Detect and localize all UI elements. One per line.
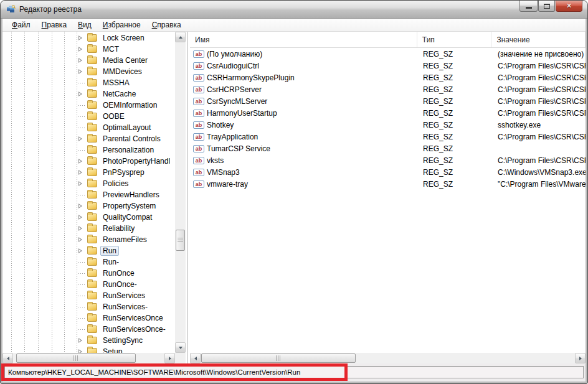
tree-item-renamefiles[interactable]: RenameFiles <box>2 234 175 245</box>
value-name: CSRHarmonySkypePlugin <box>207 73 295 82</box>
scroll-right-button[interactable] <box>164 353 175 363</box>
expand-arrow-icon[interactable] <box>78 159 82 164</box>
tree-item-lock-screen[interactable]: Lock Screen <box>2 32 175 44</box>
tree-item-runservices[interactable]: RunServices <box>2 290 175 301</box>
menu-избранное[interactable]: Избранное <box>97 19 146 30</box>
value-row-csrhcrpserver[interactable]: abCsrHCRPServerREG_SZC:\Program Files\CS… <box>190 83 586 95</box>
tree-item-runservicesonce[interactable]: RunServicesOnce- <box>2 324 175 335</box>
expand-arrow-icon[interactable] <box>78 91 82 96</box>
tree-item-media-center[interactable]: Media Center <box>2 55 175 66</box>
folder-icon <box>87 90 97 98</box>
string-value-icon: ab <box>193 50 204 58</box>
title-bar[interactable]: Редактор реестра ✕ <box>1 1 587 19</box>
tree-item-optimallayout[interactable]: OptimalLayout <box>2 122 175 133</box>
minimize-button[interactable] <box>519 1 538 12</box>
tree-horizontal-scrollbar[interactable] <box>2 353 175 363</box>
expand-arrow-icon[interactable] <box>78 248 82 253</box>
tree-item-runonce[interactable]: RunOnce- <box>2 279 175 290</box>
maximize-button[interactable] <box>538 1 555 12</box>
scroll-down-button[interactable] <box>175 342 186 353</box>
expand-arrow-icon[interactable] <box>78 338 82 343</box>
expand-arrow-icon[interactable] <box>78 204 82 208</box>
scroll-left-button[interactable] <box>190 353 201 363</box>
expand-arrow-icon[interactable] <box>78 69 82 74</box>
value-row-csrharmonyskypeplugin[interactable]: abCSRHarmonySkypePluginREG_SZC:\Program … <box>190 72 586 83</box>
tree-item-mmdevices[interactable]: MMDevices <box>2 66 175 77</box>
tree-item-netcache[interactable]: NetCache <box>2 88 175 100</box>
tree-item-label: OEMInformation <box>100 100 159 110</box>
pane-splitter[interactable] <box>186 32 190 363</box>
expand-arrow-icon[interactable] <box>78 35 82 40</box>
value-row-vksts[interactable]: abvkstsREG_SZC:\Program Files\CSR\CSR <box>190 154 586 166</box>
tree-item-personalization[interactable]: Personalization <box>2 144 175 156</box>
tree-item-settingsync[interactable]: SettingSync <box>2 335 175 346</box>
tree-hscroll-thumb[interactable] <box>16 354 136 363</box>
folder-icon <box>87 337 97 344</box>
tree-item-mssha[interactable]: MSSHA <box>2 77 175 88</box>
scroll-right-button[interactable] <box>575 353 586 363</box>
tree-item-previewhandlers[interactable]: PreviewHandlers <box>2 189 175 200</box>
folder-icon <box>87 124 97 131</box>
value-name: vmware-tray <box>207 180 248 189</box>
tree-vertical-scrollbar[interactable] <box>175 32 186 353</box>
tree-vscroll-thumb[interactable] <box>176 230 185 251</box>
expand-arrow-icon[interactable] <box>78 58 82 63</box>
value-row-tumarcsp-service[interactable]: abTumarCSP ServiceREG_SZ <box>190 143 586 154</box>
expand-arrow-icon[interactable] <box>78 215 82 220</box>
value-data: C:\Program Files\CSR\CSR <box>493 85 586 94</box>
tree-connector <box>78 273 85 274</box>
value-type: REG_SZ <box>418 85 493 94</box>
tree-item-runservicesonce[interactable]: RunServicesOnce <box>2 312 175 324</box>
expand-arrow-icon[interactable] <box>78 226 82 231</box>
menu-справка[interactable]: Справка <box>146 19 187 30</box>
value-data: C:\Windows\VMSnap3.exe <box>493 168 586 177</box>
value-row-vmsnap3[interactable]: abVMSnap3REG_SZC:\Windows\VMSnap3.exe <box>190 166 586 178</box>
tree-item-run[interactable]: Run- <box>2 256 175 268</box>
tree-item-reliability[interactable]: Reliability <box>2 223 175 234</box>
value-row-trayapplication[interactable]: abTrayApplicationREG_SZC:\Program Files\… <box>190 131 586 143</box>
close-button[interactable]: ✕ <box>556 1 582 12</box>
scroll-up-button[interactable] <box>175 32 186 42</box>
value-row-csrsyncmlserver[interactable]: abCsrSyncMLServerREG_SZC:\Program Files\… <box>190 95 586 107</box>
tree-item-parental-controls[interactable]: Parental Controls <box>2 133 175 144</box>
tree-item-photopropertyhandl[interactable]: PhotoPropertyHandl <box>2 156 175 167</box>
value-row-shotkey[interactable]: abShotkeyREG_SZsshotkey.exe <box>190 119 586 131</box>
value-row-csraudioguictrl[interactable]: abCsrAudioguiCtrlREG_SZC:\Program Files\… <box>190 60 586 72</box>
scroll-left-button[interactable] <box>2 353 13 363</box>
value-data: "C:\Program Files\VMware <box>493 180 586 189</box>
column-header-тип[interactable]: Тип <box>417 32 492 47</box>
expand-arrow-icon[interactable] <box>78 181 82 186</box>
tree-item-pnpsysprep[interactable]: PnPSysprep <box>2 167 175 178</box>
list-horizontal-scrollbar[interactable] <box>190 353 586 363</box>
menu-файл[interactable]: Файл <box>6 19 36 30</box>
value-row-harmonyuserstartup[interactable]: abHarmonyUserStartupREG_SZC:\Program Fil… <box>190 107 586 119</box>
expand-arrow-icon[interactable] <box>78 237 82 242</box>
expand-arrow-icon[interactable] <box>78 47 82 52</box>
expand-arrow-icon[interactable] <box>78 170 82 175</box>
tree-item-oobe[interactable]: OOBE <box>2 111 175 122</box>
value-row-vmware-tray[interactable]: abvmware-trayREG_SZ"C:\Program Files\VMw… <box>190 178 586 190</box>
tree-item-setup[interactable]: Setup <box>2 346 175 353</box>
tree-item-oeminformation[interactable]: OEMInformation <box>2 100 175 111</box>
value-name: (По умолчанию) <box>207 50 262 59</box>
column-header-значение[interactable]: Значение <box>491 32 586 47</box>
tree-item-runservices[interactable]: RunServices- <box>2 301 175 312</box>
tree-item-runonce[interactable]: RunOnce <box>2 268 175 279</box>
expand-arrow-icon[interactable] <box>78 136 82 141</box>
menu-вид[interactable]: Вид <box>72 19 97 30</box>
menu-правка[interactable]: Правка <box>36 19 73 30</box>
string-value-icon: ab <box>193 74 204 82</box>
tree-item-propertysystem[interactable]: PropertySystem <box>2 200 175 212</box>
list-hscroll-thumb[interactable] <box>201 354 356 363</box>
tree-item-policies[interactable]: Policies <box>2 178 175 189</box>
value-row-по-умолчанию[interactable]: ab(По умолчанию)REG_SZ(значение не присв… <box>190 48 586 60</box>
column-header-имя[interactable]: Имя <box>190 32 417 47</box>
folder-icon <box>87 191 97 199</box>
tree-item-run[interactable]: Run <box>2 245 175 256</box>
tree-item-qualitycompat[interactable]: QualityCompat <box>2 212 175 223</box>
value-name: VMSnap3 <box>207 168 240 177</box>
tree-item-mct[interactable]: MCT <box>2 44 175 55</box>
folder-icon <box>87 113 97 120</box>
tree-item-label: OOBE <box>100 111 127 121</box>
folder-icon <box>87 314 97 322</box>
